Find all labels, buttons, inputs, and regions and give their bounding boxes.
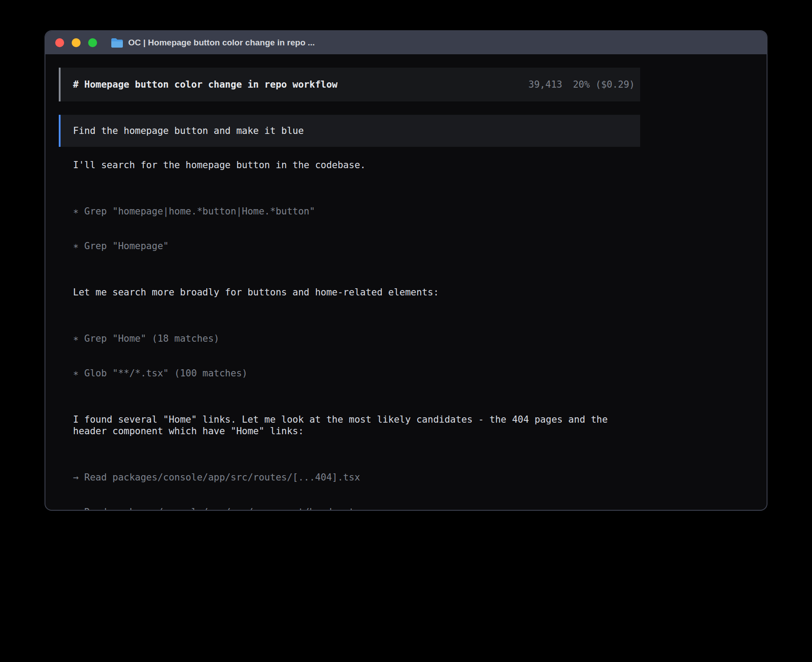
traffic-lights <box>55 38 97 47</box>
session-content: # Homepage button color change in repo w… <box>59 68 640 511</box>
tool-call-group-2: ∗ Grep "Home" (18 matches) ∗ Glob "**/*.… <box>73 310 640 402</box>
terminal-window: OC | Homepage button color change in rep… <box>45 30 767 511</box>
tool-call-group-1: ∗ Grep "homepage|home.*button|Home.*butt… <box>73 182 640 275</box>
tool-call-line: ∗ Grep "Home" (18 matches) <box>73 333 640 344</box>
assistant-paragraph-1: I'll search for the homepage button in t… <box>73 159 640 171</box>
context-usage: 20% ($0.29) <box>573 79 635 90</box>
assistant-paragraph-2: Let me search more broadly for buttons a… <box>73 287 640 298</box>
user-message-text: Find the homepage button and make it blu… <box>73 125 304 137</box>
tool-call-line: ∗ Grep "homepage|home.*button|Home.*butt… <box>73 206 640 217</box>
user-message: Find the homepage button and make it blu… <box>59 115 640 147</box>
tool-call-group-3: → Read packages/console/app/src/routes/[… <box>73 448 640 511</box>
session-title: # Homepage button color change in repo w… <box>73 79 337 90</box>
window-title: OC | Homepage button color change in rep… <box>128 38 315 48</box>
close-button[interactable] <box>55 38 64 47</box>
tool-call-line: ∗ Glob "**/*.tsx" (100 matches) <box>73 367 640 379</box>
token-count: 39,413 <box>528 79 562 90</box>
folder-icon <box>111 38 123 48</box>
window-title-group: OC | Homepage button color change in rep… <box>111 38 315 48</box>
session-stats: 39,413 20% ($0.29) <box>528 79 635 90</box>
session-header: # Homepage button color change in repo w… <box>59 68 640 101</box>
zoom-button[interactable] <box>88 38 97 47</box>
titlebar[interactable]: OC | Homepage button color change in rep… <box>45 31 767 54</box>
assistant-paragraph-3: I found several "Home" links. Let me loo… <box>73 414 640 437</box>
tool-call-line: → Read packages/console/app/src/routes/[… <box>73 472 640 483</box>
minimize-button[interactable] <box>72 38 81 47</box>
tool-call-line: → Read packages/console/app/src/componen… <box>73 506 640 511</box>
tool-call-line: ∗ Grep "Homepage" <box>73 240 640 252</box>
